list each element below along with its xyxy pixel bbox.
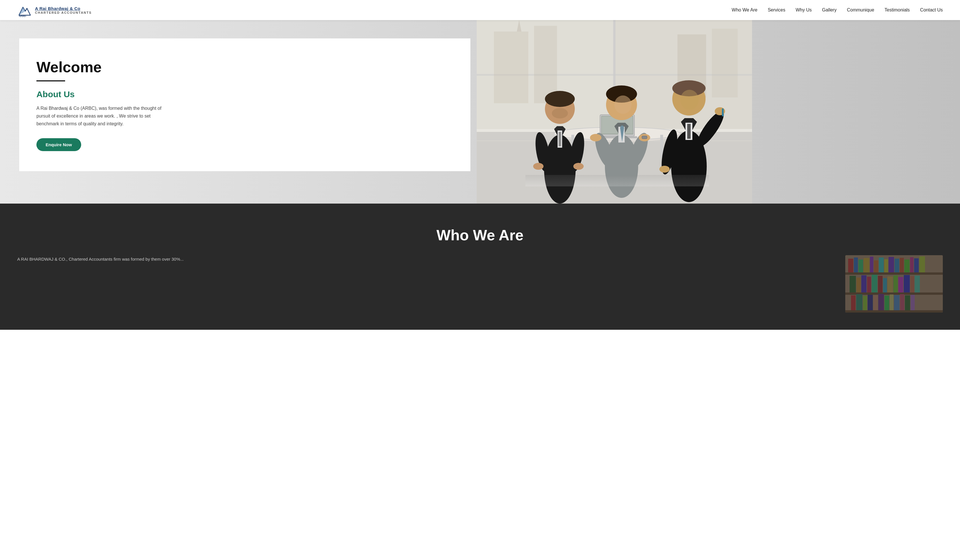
about-us-description: A Rai Bhardwaj & Co (ARBC), was formed w… [37, 104, 174, 128]
svg-text:A|R|B|C: A|R|B|C [19, 15, 26, 17]
svg-rect-9 [534, 26, 557, 103]
nav-links: Who We Are Services Why Us Gallery Commu… [732, 8, 943, 13]
nav-item-contact-us[interactable]: Contact Us [920, 8, 943, 13]
nav-item-testimonials[interactable]: Testimonials [885, 8, 910, 13]
logo-text-area: A Rai Bhardwaj & Co CHARTERED ACCOUNTANT… [35, 6, 92, 14]
svg-rect-52 [687, 124, 691, 139]
about-us-heading: About Us [37, 90, 453, 99]
nav-item-gallery[interactable]: Gallery [822, 8, 837, 13]
nav-link-testimonials[interactable]: Testimonials [885, 8, 910, 12]
nav-item-services[interactable]: Services [768, 8, 785, 13]
nav-link-why-us[interactable]: Why Us [796, 8, 812, 12]
hero-content-card: Welcome About Us A Rai Bhardwaj & Co (AR… [19, 38, 470, 171]
who-we-are-text: A RAI BHARDWAJ & CO., Chartered Accounta… [17, 255, 828, 263]
logo-icon: A|R|B|C [17, 3, 32, 18]
svg-rect-30 [559, 132, 561, 146]
logo-area: A|R|B|C A Rai Bhardwaj & Co CHARTERED AC… [17, 3, 92, 18]
svg-rect-11 [712, 29, 738, 98]
svg-point-57 [659, 166, 670, 173]
svg-rect-8 [494, 32, 528, 103]
nav-item-why-us[interactable]: Why Us [796, 8, 812, 13]
svg-point-44 [590, 134, 602, 141]
who-we-are-content: A RAI BHARDWAJ & CO., Chartered Accounta… [17, 255, 943, 312]
svg-rect-55 [722, 109, 724, 117]
nav-link-services[interactable]: Services [768, 8, 785, 12]
svg-point-27 [552, 108, 568, 118]
svg-point-38 [614, 96, 632, 114]
nav-link-gallery[interactable]: Gallery [822, 8, 837, 12]
svg-rect-60 [642, 136, 647, 139]
svg-point-26 [545, 91, 575, 107]
svg-point-34 [573, 163, 584, 170]
who-we-are-image [845, 255, 943, 312]
who-we-are-title: Who We Are [17, 227, 943, 244]
nav-link-contact-us[interactable]: Contact Us [920, 8, 943, 12]
heading-divider [37, 80, 65, 82]
welcome-heading: Welcome [37, 59, 453, 76]
svg-rect-59 [525, 175, 709, 186]
hero-section: Welcome About Us A Rai Bhardwaj & Co (AR… [0, 20, 960, 203]
enquire-now-button[interactable]: Enquire Now [37, 138, 81, 151]
nav-link-who-we-are[interactable]: Who We Are [732, 8, 757, 12]
who-we-are-section: Who We Are A RAI BHARDWAJ & CO., Charter… [0, 203, 960, 330]
nav-item-who-we-are[interactable]: Who We Are [732, 8, 757, 13]
svg-point-49 [680, 90, 699, 110]
svg-point-33 [533, 163, 544, 170]
nav-item-communique[interactable]: Communique [847, 8, 874, 13]
svg-rect-105 [845, 255, 943, 312]
bookshelf-illustration [845, 255, 943, 312]
logo-tagline: CHARTERED ACCOUNTANTS [35, 11, 92, 14]
logo-company-name: A Rai Bhardwaj & Co [35, 6, 92, 11]
nav-link-communique[interactable]: Communique [847, 8, 874, 12]
navbar: A|R|B|C A Rai Bhardwaj & Co CHARTERED AC… [0, 0, 960, 20]
